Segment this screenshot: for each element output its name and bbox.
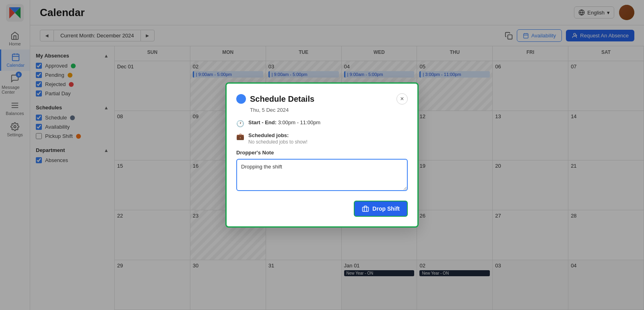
start-end-content: Start - End: 3:00pm - 11:00pm (248, 119, 320, 125)
modal-header: Schedule Details × (236, 93, 408, 105)
modal-close-button[interactable]: × (396, 93, 408, 105)
drop-shift-label: Drop Shift (372, 205, 400, 212)
drop-shift-icon (362, 205, 369, 212)
modal-overlay[interactable]: Schedule Details × Thu, 5 Dec 2024 🕐 Sta… (0, 0, 644, 310)
modal-jobs-row: 💼 Scheduled jobs: No scheduled jobs to s… (236, 132, 408, 145)
modal-footer: Drop Shift (236, 201, 408, 217)
modal-title: Schedule Details (250, 94, 314, 104)
dropper-note-section: Dropper's Note Dropping the shift (236, 150, 408, 193)
scheduled-jobs-label: Scheduled jobs: (248, 132, 289, 138)
modal-start-end-row: 🕐 Start - End: 3:00pm - 11:00pm (236, 119, 408, 127)
dropper-note-textarea[interactable]: Dropping the shift (236, 159, 408, 191)
scheduled-jobs-empty: No scheduled jobs to show! (248, 139, 308, 145)
start-end-value: 3:00pm - 11:00pm (278, 119, 321, 125)
modal-title-wrap: Schedule Details (236, 94, 314, 104)
jobs-content: Scheduled jobs: No scheduled jobs to sho… (248, 132, 308, 145)
dropper-note-label: Dropper's Note (236, 150, 408, 156)
drop-shift-button[interactable]: Drop Shift (354, 201, 408, 217)
modal-date: Thu, 5 Dec 2024 (236, 107, 408, 113)
schedule-details-modal: Schedule Details × Thu, 5 Dec 2024 🕐 Sta… (225, 82, 419, 228)
modal-icon-dot (236, 94, 246, 104)
clock-icon: 🕐 (236, 120, 244, 127)
svg-rect-19 (363, 207, 369, 211)
start-end-label: Start - End: (248, 119, 277, 125)
briefcase-icon: 💼 (236, 133, 244, 140)
